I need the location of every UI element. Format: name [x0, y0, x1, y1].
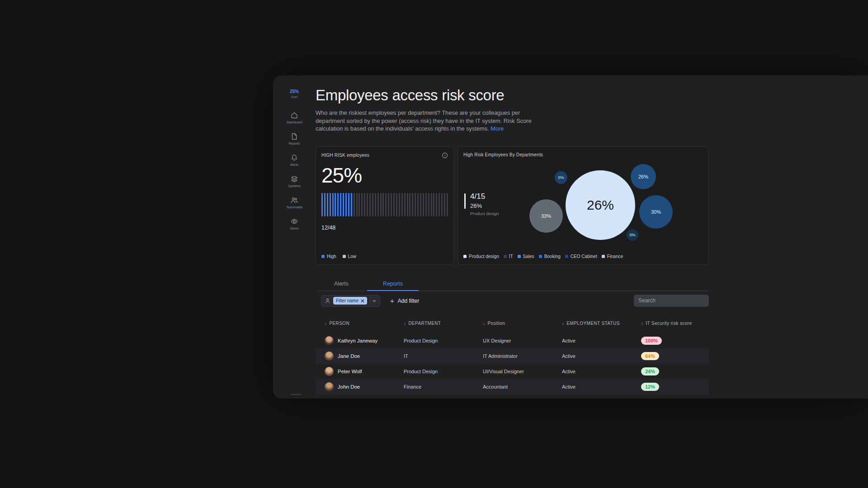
bar-low	[396, 193, 397, 216]
main-content: Employees access risk score Who are the …	[316, 75, 709, 399]
avatar	[325, 367, 334, 376]
filter-chip[interactable]: Filter name	[333, 297, 367, 305]
bar-low	[354, 193, 355, 216]
sort-descending-icon[interactable]: ↓	[641, 321, 643, 326]
column-header-person[interactable]: ↓PERSON	[325, 321, 404, 326]
column-label: Position	[487, 321, 505, 326]
position-cell: UX Designer	[483, 338, 562, 343]
bubble-0pct: 0%	[627, 229, 638, 241]
sidebar-item-teammates[interactable]: Teammates	[273, 195, 316, 210]
sidebar-item-label: Reports	[289, 142, 300, 145]
add-filter-button[interactable]: + Add filter	[390, 297, 419, 304]
chevron-down-icon[interactable]	[370, 297, 378, 305]
table-body: Kathryn JanewayProduct DesignUX Designer…	[316, 333, 709, 394]
table-row[interactable]: John DoeFinanceAccountantActive12%	[316, 379, 709, 394]
person-cell: Kathryn Janeway	[325, 336, 404, 345]
score-cell: 12%	[641, 383, 709, 391]
avatar	[325, 336, 334, 345]
logo-percent: 25%	[273, 89, 316, 94]
bar-low	[428, 193, 429, 216]
column-label: PERSON	[329, 321, 349, 326]
people-icon	[290, 196, 298, 204]
add-filter-label: Add filter	[398, 298, 419, 304]
bar-low	[391, 193, 392, 216]
sidebar: 25% Start DashboardReportsAlertsSystemsT…	[273, 75, 316, 399]
bar-low	[382, 193, 384, 216]
sidebar-item-alerts[interactable]: Alerts	[273, 152, 316, 168]
bar-high	[332, 193, 334, 216]
sort-descending-icon[interactable]: ↓	[483, 321, 485, 326]
high-risk-percent: 25%	[321, 164, 448, 187]
bar-low	[404, 193, 406, 216]
filter-group[interactable]: Filter name	[321, 295, 380, 307]
column-header-it-security-risk-score[interactable]: ↓IT Security risk score	[641, 321, 709, 326]
annotation-marker	[464, 193, 466, 209]
departments-card: High Risk Employees By Departments 4/15 …	[458, 146, 709, 265]
sort-descending-icon[interactable]: ↓	[404, 321, 406, 326]
tab-alerts[interactable]: Alerts	[316, 277, 367, 291]
bar-high	[335, 193, 336, 216]
annotation-percent: 26%	[470, 202, 499, 209]
person-cell: Jane Doe	[325, 352, 404, 361]
status-cell: Active	[562, 369, 641, 374]
close-icon[interactable]	[361, 299, 364, 303]
table-row[interactable]: Peter WolfProduct DesignUI/Visual Design…	[316, 364, 709, 379]
legend-item-low: Low	[343, 254, 356, 259]
position-cell: UI/Visual Designer	[483, 369, 562, 374]
avatar	[325, 352, 334, 361]
page-title: Employees access risk score	[316, 75, 709, 104]
table-row[interactable]: Kathryn JanewayProduct DesignUX Designer…	[316, 333, 709, 348]
bubble-30pct: 30%	[639, 195, 673, 229]
sidebar-scroll-indicator[interactable]	[291, 394, 301, 395]
column-header-department[interactable]: ↓DEPARTMENT	[404, 321, 483, 326]
bar-fraction: 12/48	[321, 225, 448, 231]
column-label: DEPARTMENT	[408, 321, 441, 326]
department-cell: IT	[404, 353, 483, 359]
sidebar-logo: 25% Start	[273, 89, 316, 99]
score-cell: 64%	[641, 352, 709, 360]
home-icon	[290, 111, 298, 119]
sidebar-item-label: Demo	[290, 227, 299, 230]
bar-low	[380, 193, 382, 216]
bar-low	[423, 193, 424, 216]
high-risk-card: HIGH RISK employees 25% 12/48 HighLow	[316, 146, 454, 265]
person-name: John Doe	[338, 384, 360, 389]
table-row[interactable]: Jane DoeITIT AdministratorActive64%	[316, 348, 709, 364]
sidebar-item-systems[interactable]: Systems	[273, 174, 316, 189]
bar-low	[439, 193, 440, 216]
column-header-position[interactable]: ↓Position	[483, 321, 562, 326]
bar-low	[359, 193, 360, 216]
bar-high	[327, 193, 328, 216]
bar-low	[433, 193, 434, 216]
bell-icon	[290, 154, 298, 162]
tab-reports[interactable]: Reports	[367, 277, 419, 291]
sidebar-nav: DashboardReportsAlertsSystemsTeammatesDe…	[273, 110, 316, 231]
sort-descending-icon[interactable]: ↓	[562, 321, 564, 326]
bar-chart	[321, 193, 448, 216]
bar-high	[345, 193, 347, 216]
status-cell: Active	[562, 353, 641, 359]
sidebar-item-label: Teammates	[286, 206, 302, 209]
search-input[interactable]	[634, 295, 709, 307]
sidebar-item-demo[interactable]: Demo	[273, 216, 316, 231]
bar-high	[340, 193, 341, 216]
score-cell: 24%	[641, 367, 709, 375]
layers-icon	[290, 175, 298, 183]
sidebar-item-reports[interactable]: Reports	[273, 131, 316, 146]
legend-label: Low	[348, 254, 356, 259]
more-link[interactable]: More	[491, 125, 504, 132]
eye-icon	[290, 217, 298, 225]
person-name: Peter Wolf	[338, 369, 362, 374]
annotation-ratio: 4/15	[470, 192, 499, 201]
sort-descending-icon[interactable]: ↓	[325, 321, 327, 326]
sidebar-item-dashboard[interactable]: Dashboard	[273, 110, 316, 125]
bubble-33pct: 33%	[529, 199, 563, 233]
column-header-employment-status[interactable]: ↓EMPLOYMENT STATUS	[562, 321, 641, 326]
legend-swatch	[343, 255, 346, 258]
bar-low	[417, 193, 419, 216]
risk-score-badge: 12%	[641, 383, 659, 391]
info-icon[interactable]	[442, 152, 448, 159]
person-cell: Peter Wolf	[325, 367, 404, 376]
bar-low	[399, 193, 400, 216]
bar-low	[377, 193, 379, 216]
